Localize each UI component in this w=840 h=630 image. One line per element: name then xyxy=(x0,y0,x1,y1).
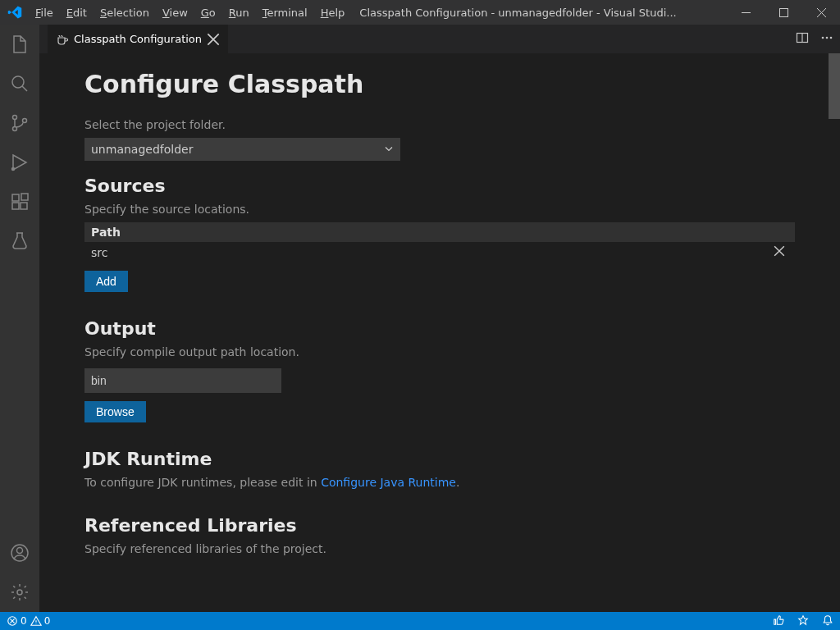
tab-close-icon[interactable] xyxy=(207,33,220,46)
svg-point-4 xyxy=(23,119,27,123)
coffee-icon xyxy=(56,33,69,46)
configure-java-runtime-link[interactable]: Configure Java Runtime xyxy=(321,476,456,489)
menu-selection[interactable]: Selection xyxy=(94,7,156,19)
svg-rect-6 xyxy=(12,194,19,201)
menu-bar: File Edit Selection View Go Run Terminal… xyxy=(29,7,351,19)
sources-heading: Sources xyxy=(84,176,795,196)
svg-rect-9 xyxy=(21,194,28,200)
settings-gear-icon[interactable] xyxy=(0,573,39,612)
feedback-icon[interactable] xyxy=(797,614,809,628)
output-desc: Specify compile output path location. xyxy=(84,345,795,358)
output-heading: Output xyxy=(84,318,795,339)
svg-point-15 xyxy=(826,36,829,39)
window-controls xyxy=(727,0,840,25)
status-warnings[interactable]: 0 xyxy=(30,615,51,627)
more-actions-icon[interactable] xyxy=(820,31,833,48)
svg-point-11 xyxy=(17,548,23,554)
svg-point-3 xyxy=(13,127,17,131)
jdk-desc: To configure JDK runtimes, please edit i… xyxy=(84,476,795,489)
browse-output-button[interactable]: Browse xyxy=(84,401,146,422)
minimize-button[interactable] xyxy=(727,0,765,25)
content-scroll[interactable]: Configure Classpath Select the project f… xyxy=(39,53,840,612)
vscode-logo-icon xyxy=(0,5,29,20)
svg-rect-8 xyxy=(21,203,27,209)
maximize-button[interactable] xyxy=(765,0,802,25)
window-title: Classpath Configuration - unmanagedfolde… xyxy=(351,7,727,19)
explorer-icon[interactable] xyxy=(0,25,39,64)
menu-run[interactable]: Run xyxy=(222,7,256,19)
svg-point-12 xyxy=(17,590,22,595)
editor-pane: Classpath Configuration Configure Classp… xyxy=(39,25,840,612)
svg-point-14 xyxy=(822,36,824,39)
jdk-heading: JDK Runtime xyxy=(84,449,795,469)
tab-label: Classpath Configuration xyxy=(74,33,202,45)
svg-point-16 xyxy=(830,36,833,39)
menu-file[interactable]: File xyxy=(29,7,60,19)
menu-help[interactable]: Help xyxy=(314,7,352,19)
sources-table: Path src xyxy=(84,222,795,262)
tab-classpath-config[interactable]: Classpath Configuration xyxy=(48,25,228,53)
run-debug-icon[interactable] xyxy=(0,143,39,182)
search-icon[interactable] xyxy=(0,64,39,103)
close-window-button[interactable] xyxy=(802,0,840,25)
output-path-input[interactable] xyxy=(84,368,281,393)
status-bar: 0 0 xyxy=(0,612,840,630)
menu-go[interactable]: Go xyxy=(194,7,222,19)
page-heading: Configure Classpath xyxy=(84,70,795,98)
status-errors[interactable]: 0 xyxy=(7,615,27,627)
testing-icon[interactable] xyxy=(0,221,39,261)
notifications-bell-icon[interactable] xyxy=(822,614,833,628)
add-source-button[interactable]: Add xyxy=(84,271,128,292)
project-select[interactable]: unmanagedfolder xyxy=(84,138,400,161)
source-row: src xyxy=(84,242,795,262)
split-editor-icon[interactable] xyxy=(796,31,809,48)
sources-desc: Specify the source locations. xyxy=(84,203,795,216)
title-bar: File Edit Selection View Go Run Terminal… xyxy=(0,0,840,25)
thumbs-up-icon[interactable] xyxy=(773,614,784,628)
svg-point-2 xyxy=(13,116,17,120)
activity-bar xyxy=(0,25,39,612)
accounts-icon[interactable] xyxy=(0,533,39,573)
source-path: src xyxy=(91,246,770,259)
extensions-icon[interactable] xyxy=(0,182,39,221)
svg-rect-7 xyxy=(12,203,19,209)
svg-point-5 xyxy=(12,168,15,171)
svg-point-1 xyxy=(12,76,24,88)
ref-libs-heading: Referenced Libraries xyxy=(84,515,795,536)
source-control-icon[interactable] xyxy=(0,103,39,143)
menu-view[interactable]: View xyxy=(156,7,194,19)
menu-terminal[interactable]: Terminal xyxy=(256,7,314,19)
tab-bar: Classpath Configuration xyxy=(39,25,840,53)
project-select-value: unmanagedfolder xyxy=(84,138,400,161)
sources-col-path: Path xyxy=(84,222,795,242)
remove-source-icon[interactable] xyxy=(770,245,788,259)
scrollbar-thumb[interactable] xyxy=(829,53,840,119)
ref-libs-desc: Specify referenced libraries of the proj… xyxy=(84,542,795,555)
menu-edit[interactable]: Edit xyxy=(60,7,94,19)
svg-rect-0 xyxy=(779,8,788,16)
project-label: Select the project folder. xyxy=(84,118,795,131)
